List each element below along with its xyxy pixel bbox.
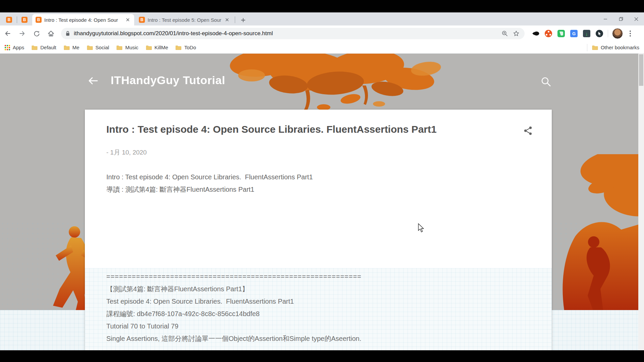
mouse-cursor [417, 223, 425, 234]
toolbar-divider [608, 30, 608, 37]
bookmark-folder-music[interactable]: Music [116, 45, 138, 50]
post-card: Intro : Test episode 4: Open Source Libr… [85, 110, 552, 350]
screen: B B B Intro : Test episode 4: Open Sour … [0, 0, 644, 362]
intro-line-1: Intro : Test episode 4: Open Source Libr… [106, 173, 313, 181]
bookmark-folder-label: KillMe [155, 45, 168, 50]
address-bar[interactable]: ithandyguytutorial.blogspot.com/2020/01/… [61, 28, 525, 39]
close-window-button[interactable] [629, 12, 644, 25]
bookmark-star-icon[interactable] [512, 29, 521, 38]
bookmark-folder-label: ToDo [184, 45, 196, 50]
page-scrollbar[interactable] [638, 54, 644, 350]
window-controls [598, 12, 644, 25]
tab-title: Intro : Test episode 4: Open Sour [44, 17, 125, 23]
blogger-favicon: B [21, 17, 28, 23]
detail-line-2: Test episode 4: Open Source Libraries. F… [106, 298, 294, 305]
blogger-favicon: B [36, 17, 42, 23]
home-button[interactable] [44, 27, 58, 40]
apps-shortcut[interactable]: Apps [5, 45, 24, 50]
bookmark-folder-label: Default [40, 45, 56, 50]
post-date[interactable]: - 1月 10, 2020 [106, 148, 147, 157]
pinned-tab-blogger-1[interactable]: B [3, 14, 15, 25]
bookmark-folder-me[interactable]: Me [64, 45, 79, 50]
bookmark-folder-killme[interactable]: KillMe [146, 45, 168, 50]
bookmarks-divider [587, 44, 587, 51]
fish-extension-icon[interactable] [531, 29, 540, 38]
apps-label: Apps [13, 45, 24, 50]
evernote-extension-icon[interactable] [557, 29, 566, 38]
bookmark-folder-label: Me [72, 45, 79, 50]
other-bookmarks[interactable]: Other bookmarks [585, 44, 639, 51]
minimize-button[interactable] [598, 12, 613, 25]
folder-icon [116, 45, 122, 50]
tab-separator [235, 16, 235, 23]
intro-line-2: 導讀 : 測試第4篇: 斷言神器FluentAssertions Part1 [106, 186, 254, 193]
page-viewport: ITHandyGuy Tutorial Intro : Test episode… [0, 54, 644, 350]
letterbox-top [0, 0, 644, 12]
letterbox-bottom [0, 350, 644, 362]
video-download-extension-icon[interactable]: ↓ [582, 29, 591, 38]
blog-site-title[interactable]: ITHandyGuy Tutorial [111, 74, 225, 87]
pinned-tab-blogger-2[interactable]: B [18, 14, 31, 25]
tab-episode-5[interactable]: B Intro : Test episode 5: Open Sour [136, 14, 233, 25]
restore-button[interactable] [613, 12, 629, 25]
bookmark-folder-label: Social [96, 45, 109, 50]
post-title: Intro : Test episode 4: Open Source Libr… [106, 124, 509, 135]
detail-line-1: 【測試第4篇: 斷言神器FluentAssertions Part1】 [106, 285, 249, 293]
nav-toolbar: ithandyguytutorial.blogspot.com/2020/01/… [0, 25, 644, 42]
apps-grid-icon [5, 45, 10, 50]
blogger-favicon: B [139, 17, 145, 23]
bookmark-folder-todo[interactable]: ToDo [175, 45, 196, 50]
other-bookmarks-label: Other bookmarks [601, 45, 639, 50]
tab-separator [17, 16, 17, 23]
share-icon[interactable] [523, 126, 533, 137]
blog-back-arrow-icon[interactable] [87, 76, 99, 87]
folder-icon [146, 45, 152, 50]
bookmark-folder-social[interactable]: Social [87, 45, 109, 50]
extensions-row: G ↓ [529, 29, 606, 38]
new-tab-button[interactable] [239, 16, 248, 24]
profile-avatar[interactable] [612, 28, 623, 39]
bookmark-folder-label: Music [125, 45, 138, 50]
zoom-level-icon[interactable] [500, 29, 509, 38]
reload-button[interactable] [30, 27, 43, 40]
forward-button[interactable] [15, 27, 29, 40]
orange-ball-extension-icon[interactable] [544, 29, 553, 38]
blog-search-icon[interactable] [541, 76, 551, 88]
google-translate-extension-icon[interactable]: G [570, 29, 578, 38]
scrollbar-thumb[interactable] [639, 54, 643, 86]
tab-close-icon[interactable] [224, 17, 230, 23]
folder-icon [175, 45, 181, 50]
folder-icon [87, 45, 93, 50]
bookmarks-bar: Apps Default Me Social Music KillMe ToDo [0, 42, 644, 54]
tab-close-icon[interactable] [125, 17, 131, 23]
bookmark-folder-default[interactable]: Default [32, 45, 56, 50]
url-text: ithandyguytutorial.blogspot.com/2020/01/… [74, 30, 498, 37]
blog-header: ITHandyGuy Tutorial [0, 54, 644, 107]
back-button[interactable] [1, 27, 14, 40]
tab-strip: B B B Intro : Test episode 4: Open Sour … [0, 12, 644, 25]
pointer-extension-icon[interactable] [595, 29, 604, 38]
chrome-menu-icon[interactable] [626, 29, 635, 38]
lock-icon [65, 31, 70, 37]
separator-line: ========================================… [106, 273, 362, 280]
blogger-favicon: B [6, 17, 12, 23]
tab-title: Intro : Test episode 5: Open Sour [148, 17, 224, 23]
detail-line-5: Single Assertions, 這部分將討論單一一個Object的Asse… [106, 335, 361, 342]
folder-icon [64, 45, 70, 50]
folder-icon [32, 45, 38, 50]
tab-episode-4[interactable]: B Intro : Test episode 4: Open Sour [32, 14, 134, 25]
runner-silhouette-right [543, 154, 644, 310]
folder-icon [592, 45, 598, 50]
post-intro-text: Intro : Test episode 4: Open Source Libr… [106, 171, 313, 196]
detail-line-3: 課程編號: db4e7f68-107a-492c-8c8c-856cc14bdf… [106, 310, 260, 317]
detail-line-4: Tutorial 70 to Tutorial 79 [106, 322, 178, 330]
post-detail-text: ========================================… [106, 270, 362, 345]
